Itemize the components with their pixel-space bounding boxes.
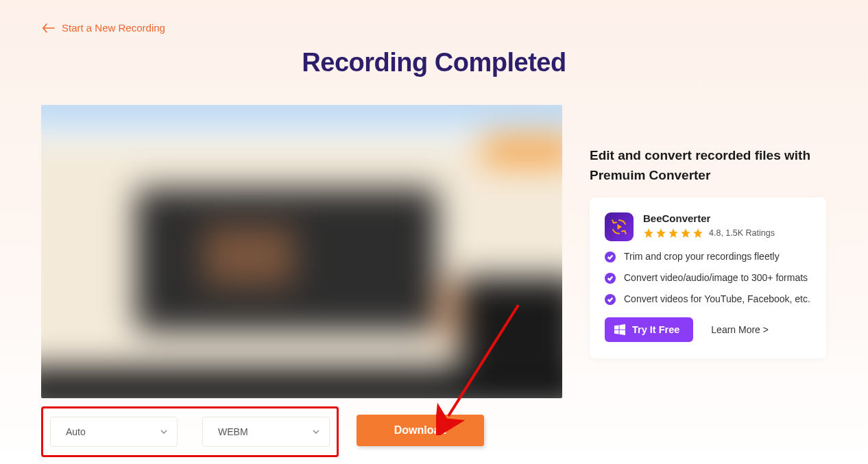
star-icon xyxy=(655,228,666,239)
arrow-left-icon xyxy=(43,23,55,33)
rating-stars xyxy=(643,228,703,239)
promo-app-name: BeeConverter xyxy=(643,212,775,224)
chevron-down-icon xyxy=(313,428,320,435)
star-icon xyxy=(668,228,679,239)
download-button[interactable]: Download xyxy=(357,415,484,446)
star-icon xyxy=(643,228,654,239)
chevron-down-icon xyxy=(160,428,167,435)
quality-select[interactable]: Auto xyxy=(50,417,178,447)
check-icon xyxy=(605,252,616,262)
download-button-label: Download xyxy=(394,424,446,436)
feature-text: Trim and crop your recordings fleetly xyxy=(624,251,780,262)
try-free-button[interactable]: Try It Free xyxy=(605,317,693,342)
quality-select-value: Auto xyxy=(66,426,86,437)
feature-list: Trim and crop your recordings fleetly Co… xyxy=(605,251,811,305)
video-preview xyxy=(41,105,562,398)
star-icon xyxy=(692,228,703,239)
feature-item: Trim and crop your recordings fleetly xyxy=(605,251,811,262)
promo-card: BeeConverter 4.8, 1.5K Ratings xyxy=(590,197,826,358)
promo-heading: Edit and convert recorded files with Pre… xyxy=(590,146,826,185)
page-title: Recording Completed xyxy=(0,48,868,77)
windows-icon xyxy=(614,324,625,335)
feature-text: Convert video/audio/image to 300+ format… xyxy=(624,272,808,283)
svg-marker-1 xyxy=(618,224,623,230)
try-free-label: Try It Free xyxy=(632,324,679,335)
check-icon xyxy=(605,273,616,284)
format-select-value: WEBM xyxy=(218,426,248,437)
learn-more-link[interactable]: Learn More > xyxy=(711,324,769,335)
annotation-highlight-box: Auto WEBM xyxy=(41,406,339,457)
back-link[interactable]: Start a New Recording xyxy=(43,22,165,34)
beeconverter-app-icon xyxy=(605,212,634,241)
back-link-label: Start a New Recording xyxy=(62,22,165,34)
star-icon xyxy=(680,228,691,239)
feature-text: Convert videos for YouTube, Facebook, et… xyxy=(624,293,810,304)
feature-item: Convert videos for YouTube, Facebook, et… xyxy=(605,293,811,305)
check-icon xyxy=(605,294,616,305)
rating-text: 4.8, 1.5K Ratings xyxy=(709,228,775,238)
format-select[interactable]: WEBM xyxy=(202,417,330,447)
feature-item: Convert video/audio/image to 300+ format… xyxy=(605,272,811,284)
